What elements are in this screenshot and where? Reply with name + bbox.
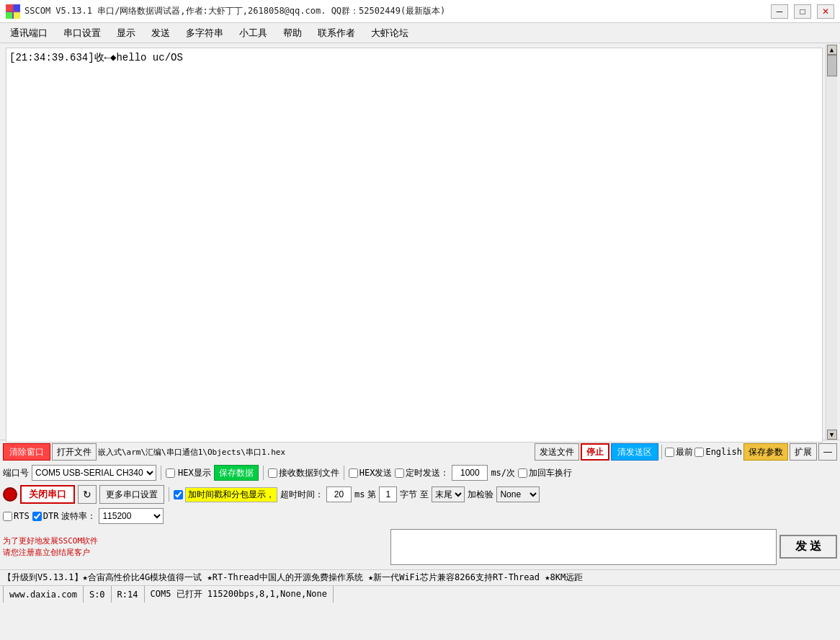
separator1 [661, 445, 662, 459]
open-file-button[interactable]: 打开文件 [52, 443, 97, 461]
minimize-button[interactable]: ─ [771, 4, 788, 19]
window-title: SSCOM V5.13.1 串口/网络数据调试器,作者:大虾丁丁,2618058… [24, 5, 445, 17]
clear-send-button[interactable]: 清发送区 [611, 443, 658, 461]
hex-send-checkbox[interactable] [349, 468, 358, 478]
control-row3: 关闭串口 ↻ 更多串口设置 加时间戳和分包显示， 超时时间： ms 第 字节 至… [3, 484, 837, 505]
baud-select[interactable]: 115200 9600 38400 57600 230400 [99, 508, 164, 524]
expand-button[interactable]: 扩展 [790, 443, 817, 461]
english-checkbox[interactable] [694, 448, 704, 457]
hex-display-checkbox[interactable] [166, 468, 175, 478]
end-select[interactable]: 末尾 [432, 486, 465, 502]
control-row2: 端口号 COM5 USB-SERIAL CH340 HEX显示 保存数据 接收数… [3, 463, 837, 482]
ticker-text: 【升级到V5.13.1】★合宙高性价比4G模块值得一试 ★RT-Thread中国… [3, 572, 583, 584]
scrollbar-thumb[interactable] [827, 55, 837, 76]
add-crlf-label[interactable]: 加回车换行 [518, 467, 572, 479]
more-settings-button[interactable]: 更多串口设置 [99, 485, 164, 504]
menu-display[interactable]: 显示 [110, 25, 143, 42]
record-icon [3, 487, 17, 502]
scrollbar-down[interactable]: ▼ [827, 430, 837, 440]
recv-to-file-checkbox[interactable] [268, 468, 277, 478]
close-button[interactable]: ✕ [817, 4, 834, 19]
add-crlf-checkbox[interactable] [518, 468, 527, 478]
timed-send-checkbox[interactable] [395, 468, 404, 478]
packet-label: 第 [367, 489, 376, 501]
status-website: www.daxia.com [3, 586, 84, 603]
timed-unit-label: ms/次 [491, 467, 515, 479]
hex-send-label[interactable]: HEX发送 [349, 467, 393, 479]
scrollbar-up[interactable]: ▲ [827, 45, 837, 55]
promo-line1: 为了更好地发展SSCOM软件 [3, 535, 388, 546]
save-data-button[interactable]: 保存数据 [214, 465, 259, 481]
promo-text: 为了更好地发展SSCOM软件 请您注册嘉立创结尾客户 [3, 535, 388, 558]
to-label: 至 [420, 489, 429, 501]
menu-communications[interactable]: 通讯端口 [3, 25, 55, 42]
menu-send[interactable]: 发送 [144, 25, 177, 42]
status-port-info: COM5 已打开 115200bps,8,1,None,None [145, 586, 334, 603]
control-area: 清除窗口 打开文件 嵌入式\arm\汇编\串口通信1\Objects\串口1.h… [0, 440, 840, 569]
status-r-value: R:14 [112, 586, 145, 603]
restore-button[interactable]: □ [794, 4, 811, 19]
timestamp-checkbox[interactable] [174, 490, 183, 499]
separator2 [161, 466, 161, 480]
close-port-button[interactable]: 关闭串口 [20, 485, 75, 504]
menu-forum[interactable]: 大虾论坛 [364, 25, 416, 42]
last-checkbox[interactable] [665, 448, 674, 457]
control-row1: 清除窗口 打开文件 嵌入式\arm\汇编\串口通信1\Objects\串口1.h… [3, 442, 837, 462]
timestamp-checkbox-label[interactable]: 加时间戳和分包显示， [174, 487, 277, 502]
send-input[interactable] [390, 529, 777, 565]
menu-contact[interactable]: 联系作者 [310, 25, 362, 42]
menu-tools[interactable]: 小工具 [232, 25, 274, 42]
hex-display-label[interactable]: HEX显示 [166, 467, 211, 479]
refresh-button[interactable]: ↻ [78, 485, 97, 504]
rts-checkbox-label[interactable]: RTS [3, 511, 30, 521]
svg-rect-2 [6, 12, 12, 19]
svg-rect-3 [14, 12, 20, 19]
separator3 [263, 466, 264, 480]
terminal-scrollbar[interactable]: ▲ ▼ [826, 45, 837, 440]
separator4 [344, 466, 344, 480]
english-checkbox-label[interactable]: English [694, 447, 742, 457]
promo-line2: 请您注册嘉立创结尾客户 [3, 547, 388, 558]
status-s-value: S:0 [84, 586, 112, 603]
menu-bar: 通讯端口 串口设置 显示 发送 多字符串 小工具 帮助 联系作者 大虾论坛 [0, 23, 840, 43]
menu-help[interactable]: 帮助 [276, 25, 309, 42]
status-bar: www.daxia.com S:0 R:14 COM5 已打开 115200bp… [0, 585, 840, 603]
terminal-content: [21:34:39.634]收←◆hello uc/OS [9, 52, 183, 63]
menu-serial-settings[interactable]: 串口设置 [56, 25, 108, 42]
clear-window-button[interactable]: 清除窗口 [3, 443, 50, 461]
stop-button[interactable]: 停止 [581, 443, 609, 461]
file-path-label: 嵌入式\arm\汇编\串口通信1\Objects\串口1.hex [98, 447, 533, 458]
byte-label: 字节 [400, 489, 417, 501]
dtr-checkbox-label[interactable]: DTR [32, 511, 59, 521]
ticker-bar: 【升级到V5.13.1】★合宙高性价比4G模块值得一试 ★RT-Thread中国… [0, 569, 840, 585]
checksum-select[interactable]: None [496, 486, 540, 502]
separator5 [169, 487, 169, 502]
collapse-button[interactable]: — [818, 443, 837, 461]
timeout-input[interactable] [326, 486, 352, 502]
timeout-unit: ms [354, 489, 365, 499]
menu-multistring[interactable]: 多字符串 [179, 25, 231, 42]
terminal-output: [21:34:39.634]收←◆hello uc/OS [6, 48, 823, 443]
title-bar: SSCOM V5.13.1 串口/网络数据调试器,作者:大虾丁丁,2618058… [0, 0, 840, 23]
send-button[interactable]: 发 送 [779, 535, 837, 559]
dtr-checkbox[interactable] [32, 512, 42, 521]
timestamp-label: 加时间戳和分包显示， [185, 487, 277, 502]
recv-to-file-label[interactable]: 接收数据到文件 [268, 467, 339, 479]
save-params-button[interactable]: 保存参数 [743, 443, 788, 461]
port-select[interactable]: COM5 USB-SERIAL CH340 [32, 465, 156, 481]
port-label: 端口号 [3, 467, 29, 479]
packet-num-input[interactable] [379, 486, 397, 502]
control-row4: RTS DTR 波特率： 115200 9600 38400 57600 230… [3, 507, 837, 525]
checksum-label: 加检验 [468, 489, 493, 501]
timed-send-label[interactable]: 定时发送： [395, 467, 449, 479]
rts-checkbox[interactable] [3, 512, 12, 521]
app-icon [6, 4, 20, 19]
scrollbar-track[interactable] [827, 55, 837, 430]
send-file-button[interactable]: 发送文件 [535, 443, 579, 461]
svg-rect-0 [6, 4, 12, 11]
timed-send-value[interactable] [452, 465, 488, 481]
baud-label: 波特率： [61, 510, 96, 523]
timeout-label: 超时时间： [280, 489, 323, 501]
last-checkbox-label[interactable]: 最前 [665, 446, 693, 458]
svg-rect-1 [14, 4, 20, 11]
